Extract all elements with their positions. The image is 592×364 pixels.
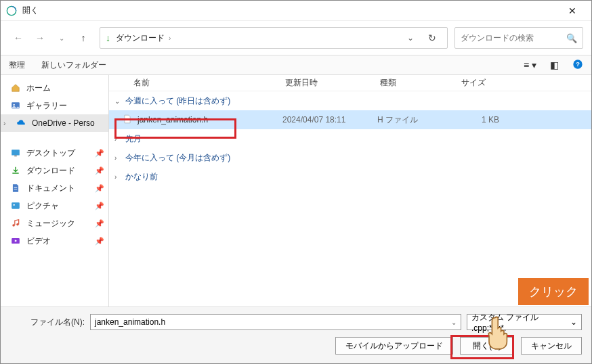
file-row[interactable]: janken_animation.h2024/04/07 18:11H ファイル…: [109, 110, 591, 129]
titlebar: 開く ✕: [1, 1, 591, 21]
download-icon: ↓: [106, 32, 110, 43]
recent-dropdown[interactable]: ⌄: [52, 28, 71, 47]
file-group[interactable]: ›先月: [109, 129, 591, 148]
file-filter-select[interactable]: カスタム ファイル .cpp;*.c;*. ⌄: [467, 314, 582, 330]
chevron-right-icon: ›: [169, 35, 171, 42]
desktop-icon: [10, 148, 21, 158]
back-button[interactable]: ←: [9, 28, 28, 47]
sidebar-item-document[interactable]: ドキュメント📌: [1, 179, 108, 197]
svg-rect-5: [12, 150, 20, 155]
chevron-right-icon: ›: [114, 173, 123, 181]
sidebar-item-label: ピクチャ: [26, 200, 59, 212]
chevron-down-icon[interactable]: ⌄: [570, 317, 577, 327]
svg-point-10: [14, 204, 15, 206]
chevron-right-icon[interactable]: ›: [3, 120, 10, 127]
filter-value: カスタム ファイル .cpp;*.c;*.: [471, 312, 570, 333]
sidebar-item-label: ビデオ: [26, 235, 51, 247]
cancel-button[interactable]: キャンセル: [521, 337, 582, 355]
group-label: 先月: [125, 133, 142, 145]
download-icon: [10, 166, 21, 175]
annotation-callout: クリック: [518, 278, 589, 305]
preview-pane-icon[interactable]: ◧: [550, 60, 559, 70]
sidebar-item-label: OneDrive - Perso: [32, 118, 95, 128]
chevron-right-icon: ›: [114, 154, 123, 162]
mobile-upload-button[interactable]: モバイルからアップロード: [335, 337, 453, 355]
footer: ファイル名(N): janken_animation.h ⌄ カスタム ファイル…: [1, 306, 591, 363]
filename-label: ファイル名(N):: [10, 317, 85, 328]
sidebar-item-label: デスクトップ: [26, 147, 75, 159]
search-icon: 🔍: [566, 33, 577, 43]
organize-menu[interactable]: 整理: [9, 60, 25, 71]
file-group[interactable]: ›今年に入って (今月は含めず): [109, 148, 591, 167]
music-icon: [10, 219, 21, 228]
sidebar-item-home[interactable]: ホーム: [1, 79, 108, 97]
address-bar[interactable]: ↓ ダウンロード › ⌄ ↻: [100, 27, 448, 49]
col-size[interactable]: サイズ: [461, 77, 502, 89]
pictures-icon: [10, 201, 21, 210]
filename-input[interactable]: janken_animation.h ⌄: [90, 314, 461, 330]
pin-icon: 📌: [95, 202, 104, 210]
file-group[interactable]: ›かなり前: [109, 167, 591, 186]
window-title: 開く: [22, 5, 559, 16]
gallery-icon: [10, 101, 21, 110]
chevron-right-icon: ›: [114, 135, 123, 143]
sidebar-item-gallery[interactable]: ギャラリー: [1, 97, 108, 114]
svg-text:?: ?: [576, 61, 580, 68]
new-folder-button[interactable]: 新しいフォルダー: [41, 60, 106, 71]
nav-row: ← → ⌄ ↑ ↓ ダウンロード › ⌄ ↻ 🔍: [1, 21, 591, 55]
col-type[interactable]: 種類: [380, 77, 461, 89]
breadcrumb[interactable]: ダウンロード: [116, 32, 165, 44]
home-icon: [10, 83, 21, 93]
view-list-icon[interactable]: ≡ ▾: [524, 60, 536, 70]
chevron-down-icon: ⌄: [114, 97, 123, 105]
forward-button[interactable]: →: [30, 28, 49, 47]
sidebar-item-desktop[interactable]: デスクトップ📌: [1, 144, 108, 162]
refresh-button[interactable]: ↻: [423, 32, 442, 43]
file-list: ⌄今週に入って (昨日は含めず)janken_animation.h2024/0…: [109, 91, 591, 186]
file-size: 1 KB: [459, 115, 499, 124]
svg-rect-8: [14, 189, 18, 189]
sidebar-item-pictures[interactable]: ピクチャ📌: [1, 197, 108, 214]
sidebar-item-label: ダウンロード: [26, 165, 75, 177]
sidebar-item-label: ギャラリー: [26, 100, 67, 112]
toolbar: 整理 新しいフォルダー ≡ ▾ ◧ ?: [1, 55, 591, 75]
file-group[interactable]: ⌄今週に入って (昨日は含めず): [109, 91, 591, 110]
pin-icon: 📌: [95, 219, 104, 228]
file-date: 2024/04/07 18:11: [282, 115, 377, 124]
col-date[interactable]: 更新日時: [285, 77, 380, 89]
app-icon: [6, 5, 17, 16]
pin-icon: 📌: [95, 166, 104, 175]
video-icon: [10, 236, 21, 246]
sidebar-item-music[interactable]: ミュージック📌: [1, 214, 108, 232]
help-icon[interactable]: ?: [572, 59, 583, 72]
document-icon: [10, 183, 21, 193]
up-button[interactable]: ↑: [74, 28, 93, 47]
chevron-down-icon[interactable]: ⌄: [451, 319, 457, 326]
sidebar-item-video[interactable]: ビデオ📌: [1, 232, 108, 250]
search-bar[interactable]: 🔍: [454, 27, 583, 49]
pin-icon: 📌: [95, 237, 104, 246]
sidebar-item-label: ホーム: [26, 83, 51, 94]
sidebar-item-download[interactable]: ダウンロード📌: [1, 162, 108, 179]
close-button[interactable]: ✕: [559, 1, 586, 20]
svg-point-4: [14, 104, 15, 106]
sidebar: ホームギャラリー›OneDrive - Persoデスクトップ📌ダウンロード📌ド…: [1, 75, 109, 306]
body-area: ホームギャラリー›OneDrive - Persoデスクトップ📌ダウンロード📌ド…: [1, 75, 591, 306]
sidebar-item-onedrive[interactable]: ›OneDrive - Perso: [1, 114, 108, 132]
group-label: 今年に入って (今月は含めず): [125, 152, 230, 164]
file-type: H ファイル: [377, 114, 459, 126]
file-pane: 名前 更新日時 種類 サイズ ⌄今週に入って (昨日は含めず)janken_an…: [109, 75, 591, 306]
pin-icon: 📌: [95, 184, 104, 193]
svg-rect-7: [14, 187, 18, 188]
sidebar-item-label: ミュージック: [26, 218, 75, 229]
file-name: janken_animation.h: [138, 115, 282, 124]
svg-rect-6: [14, 156, 17, 157]
search-input[interactable]: [461, 33, 566, 43]
pin-icon: 📌: [95, 149, 104, 158]
open-button[interactable]: 開く(O): [460, 337, 514, 355]
filename-value: janken_animation.h: [95, 317, 165, 327]
open-dialog: 開く ✕ ← → ⌄ ↑ ↓ ダウンロード › ⌄ ↻ 🔍 整理 新しいフォルダ…: [0, 0, 592, 364]
col-name[interactable]: 名前: [109, 77, 285, 89]
address-dropdown[interactable]: ⌄: [404, 33, 417, 43]
column-headers: 名前 更新日時 種類 サイズ: [109, 75, 591, 91]
